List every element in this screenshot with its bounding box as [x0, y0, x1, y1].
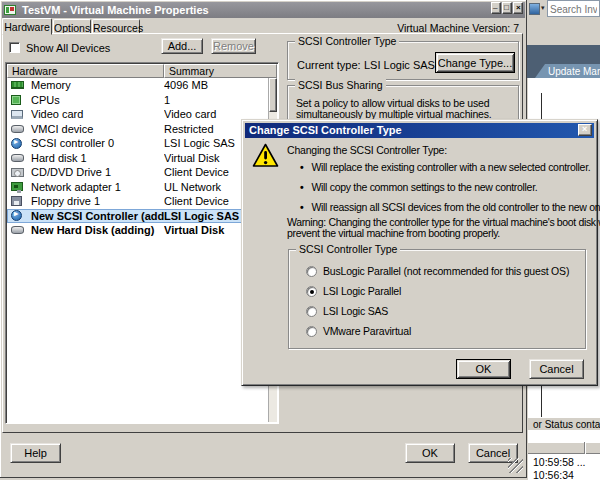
table-row-cpus[interactable]: CPUs 1: [7, 93, 268, 108]
radio-buslogic-parallel[interactable]: BusLogic Parallel (not recommended for t…: [306, 265, 569, 277]
device-name: Floppy drive 1: [31, 195, 164, 207]
device-name: CPUs: [31, 94, 164, 106]
table-row-scsi-controller-0[interactable]: SCSI controller 0 LSI Logic SAS: [7, 136, 268, 151]
add-button[interactable]: Add...: [161, 38, 203, 54]
device-name: New Hard Disk (adding): [31, 224, 164, 236]
scrollbar-thumb[interactable]: [269, 78, 277, 112]
radio-label: LSI Logic Parallel: [323, 285, 401, 297]
dialog-title: Change SCSI Controller Type: [249, 124, 402, 136]
dialog-bullet: Will copy the common settings to the new…: [300, 181, 537, 193]
radio-icon[interactable]: [306, 326, 317, 337]
hard-disk-icon: [11, 226, 24, 234]
cpu-icon: [11, 95, 21, 105]
video-card-icon: [11, 110, 23, 119]
ok-button[interactable]: OK: [405, 443, 455, 463]
current-type-value: LSI Logic SAS: [364, 59, 435, 71]
radio-icon[interactable]: [306, 266, 317, 277]
controller-type-options-group: SCSI Controller Type BusLogic Parallel (…: [288, 249, 586, 349]
dialog-cancel-button[interactable]: Cancel: [529, 359, 584, 379]
radio-lsi-logic-parallel[interactable]: LSI Logic Parallel: [306, 285, 401, 297]
device-name: VMCI device: [31, 123, 164, 135]
minimize-icon[interactable]: [491, 2, 501, 14]
device-summary: 4096 MB: [164, 79, 268, 91]
group-title: SCSI Controller Type: [296, 243, 400, 255]
window-titlebar[interactable]: TestVM - Virtual Machine Properties: [2, 2, 525, 18]
dialog-titlebar[interactable]: Change SCSI Controller Type: [245, 123, 594, 138]
device-name: SCSI controller 0: [31, 137, 164, 149]
column-header-hardware[interactable]: Hardware: [7, 64, 164, 78]
change-scsi-controller-dialog: Change SCSI Controller Type Changing the…: [241, 119, 598, 386]
tasks-filter-text: or Status conta: [528, 417, 600, 430]
close-icon[interactable]: [513, 2, 523, 14]
table-row-new-scsi-controller[interactable]: New SCSI Controller (add... LSI Logic SA…: [7, 209, 268, 224]
dialog-ok-button[interactable]: OK: [456, 359, 511, 379]
dialog-bullet: Will reassign all SCSI devices from the …: [300, 201, 600, 213]
resize-grip[interactable]: [508, 458, 523, 473]
group-title: SCSI Controller Type: [295, 35, 399, 47]
radio-label: LSI Logic SAS: [323, 305, 388, 317]
dialog-heading: Changing the SCSI Controller Type:: [287, 144, 447, 156]
dialog-warning-text: prevent the virtual machine from booting…: [287, 227, 500, 239]
show-all-devices-checkbox[interactable]: [9, 42, 20, 53]
search-scope-icon[interactable]: [529, 3, 540, 15]
tasks-column-separator: [584, 442, 585, 454]
radio-icon[interactable]: [306, 306, 317, 317]
close-icon[interactable]: [578, 124, 592, 136]
table-row-memory[interactable]: Memory 4096 MB: [7, 78, 268, 93]
device-name: CD/DVD Drive 1: [31, 166, 164, 178]
scsi-controller-icon: [11, 138, 22, 149]
tab-hardware[interactable]: Hardware: [2, 18, 52, 35]
warning-icon: [252, 143, 279, 168]
table-row-vmci-device[interactable]: VMCI device Restricted: [7, 122, 268, 137]
tasks-table-header: [528, 442, 600, 454]
memory-icon: [11, 81, 24, 89]
device-name: Video card: [31, 108, 164, 120]
hard-disk-icon: [11, 154, 24, 162]
device-name: New SCSI Controller (add...: [31, 210, 164, 222]
task-timestamp: 10:56:34: [533, 469, 574, 480]
scsi-controller-icon: [11, 210, 22, 221]
cd-dvd-drive-icon: [11, 168, 24, 177]
chevron-down-icon[interactable]: ▾: [541, 4, 545, 12]
remove-button: Remove: [211, 38, 256, 54]
table-row-network-adapter-1[interactable]: Network adapter 1 UL Network: [7, 180, 268, 195]
table-row-new-hard-disk[interactable]: New Hard Disk (adding) Virtual Disk: [7, 223, 268, 238]
radio-lsi-logic-sas[interactable]: LSI Logic SAS: [306, 305, 388, 317]
network-adapter-icon: [11, 182, 23, 191]
dialog-bullet: Will replace the existing controller wit…: [300, 161, 590, 173]
device-name: Memory: [31, 79, 164, 91]
table-row-video-card[interactable]: Video card Video card: [7, 107, 268, 122]
device-summary: 1: [164, 94, 268, 106]
search-box: [547, 0, 600, 17]
vmware-app-icon: [4, 4, 16, 16]
window-title: TestVM - Virtual Machine Properties: [22, 4, 209, 16]
help-button[interactable]: Help: [10, 443, 61, 463]
hardware-rows: Memory 4096 MB CPUs 1 Video card Video c…: [7, 78, 268, 422]
radio-icon-selected[interactable]: [306, 286, 317, 297]
table-row-floppy-drive-1[interactable]: Floppy drive 1 Client Device: [7, 194, 268, 209]
tasks-rows: 10:59:58 ... 10:56:34: [528, 454, 600, 480]
table-row-hard-disk-1[interactable]: Hard disk 1 Virtual Disk: [7, 151, 268, 166]
current-type-label: Current type:: [297, 59, 361, 71]
window-controls: [490, 2, 523, 14]
radio-vmware-paravirtual[interactable]: VMware Paravirtual: [306, 325, 411, 337]
hardware-list: Hardware Summary Memory 4096 MB CPUs 1 V…: [5, 62, 279, 424]
change-type-button[interactable]: Change Type...: [435, 52, 515, 73]
device-name: Network adapter 1: [31, 181, 164, 193]
scsi-controller-type-group: SCSI Controller Type Current type: LSI L…: [287, 41, 519, 80]
device-name: Hard disk 1: [31, 152, 164, 164]
column-header-summary[interactable]: Summary: [164, 64, 277, 78]
tab-options[interactable]: Options: [53, 19, 91, 34]
radio-label: BusLogic Parallel (not recommended for t…: [323, 265, 569, 277]
tab-update-manager[interactable]: Update Man: [535, 64, 600, 78]
task-timestamp: 10:59:58 ...: [533, 456, 586, 468]
maximize-icon[interactable]: [502, 2, 512, 14]
table-row-cd-dvd-drive-1[interactable]: CD/DVD Drive 1 Client Device: [7, 165, 268, 180]
tab-resources[interactable]: Resources: [92, 19, 140, 34]
show-all-devices-label: Show All Devices: [26, 42, 110, 54]
floppy-drive-icon: [11, 196, 22, 206]
group-title: SCSI Bus Sharing: [295, 79, 386, 91]
vmci-device-icon: [11, 125, 24, 133]
tasks-pane-gap: [528, 430, 600, 442]
search-input[interactable]: [548, 1, 599, 16]
